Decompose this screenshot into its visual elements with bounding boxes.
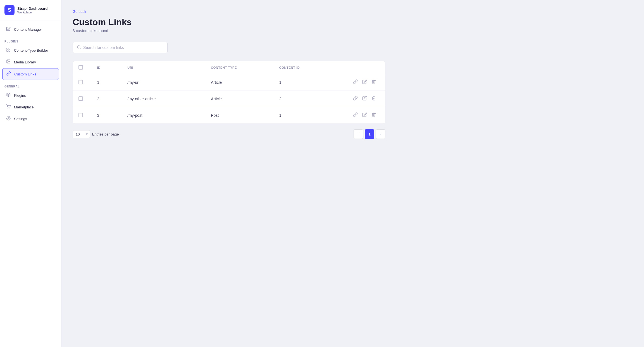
main-content-area: Go back Custom Links 3 custom links foun… bbox=[61, 0, 644, 347]
sidebar-item-label: Custom Links bbox=[14, 72, 36, 76]
custom-links-table: ID URI CONTENT TYPE CONTENT ID 1 /my-uri… bbox=[73, 61, 385, 124]
row-content-type: Article bbox=[206, 74, 275, 91]
sidebar-item-plugins[interactable]: Plugins bbox=[2, 90, 59, 101]
entries-per-page-control: 102550100 Entries per page bbox=[73, 130, 119, 138]
svg-point-8 bbox=[8, 118, 9, 119]
sidebar-nav: Content Manager PLUGINS Content-Type Bui… bbox=[0, 20, 61, 347]
marketplace-icon bbox=[6, 104, 11, 110]
sidebar-item-content-type-builder[interactable]: Content-Type Builder bbox=[2, 45, 59, 56]
content-type-column-header: CONTENT TYPE bbox=[206, 61, 275, 74]
row-id: 2 bbox=[93, 91, 123, 107]
delete-action-icon[interactable] bbox=[371, 96, 376, 102]
general-section-label: GENERAL bbox=[2, 80, 59, 90]
sidebar-item-marketplace[interactable]: Marketplace bbox=[2, 101, 59, 113]
row-checkbox-cell bbox=[73, 91, 93, 107]
row-checkbox-cell bbox=[73, 107, 93, 124]
sidebar-logo: S Strapi Dashboard Workplace bbox=[0, 0, 61, 20]
pagination-bar: 102550100 Entries per page ‹ 1 › bbox=[73, 129, 385, 139]
plugins-icon bbox=[6, 92, 11, 98]
table-row: 2 /my-other-article Article 2 bbox=[73, 91, 385, 107]
sidebar-item-label: Content Manager bbox=[14, 27, 42, 32]
row-uri: /my-post bbox=[123, 107, 206, 124]
uri-column-header: URI bbox=[123, 61, 206, 74]
media-library-icon bbox=[6, 59, 11, 65]
actions-column-header bbox=[335, 61, 385, 74]
settings-icon bbox=[6, 116, 11, 122]
sidebar-item-label: Marketplace bbox=[14, 105, 34, 109]
delete-action-icon[interactable] bbox=[371, 112, 376, 118]
prev-page-button[interactable]: ‹ bbox=[354, 129, 363, 139]
row-content-type: Post bbox=[206, 107, 275, 124]
search-icon bbox=[77, 45, 81, 50]
svg-rect-3 bbox=[9, 50, 10, 51]
go-back-link[interactable]: Go back bbox=[73, 9, 86, 14]
row-content-type: Article bbox=[206, 91, 275, 107]
table-row: 1 /my-uri Article 1 bbox=[73, 74, 385, 91]
svg-point-5 bbox=[8, 61, 8, 61]
edit-icon bbox=[6, 27, 11, 32]
sidebar-item-media-library[interactable]: Media Library bbox=[2, 56, 59, 68]
link-action-icon[interactable] bbox=[353, 79, 358, 85]
row-uri: /my-uri bbox=[123, 74, 206, 91]
page-subtitle: 3 custom links found bbox=[73, 28, 385, 33]
sidebar-item-custom-links[interactable]: Custom Links bbox=[2, 68, 59, 80]
sidebar-item-label: Plugins bbox=[14, 93, 26, 98]
svg-rect-2 bbox=[7, 50, 8, 51]
row-id: 3 bbox=[93, 107, 123, 124]
plugins-section-label: PLUGINS bbox=[2, 35, 59, 45]
table-row: 3 /my-post Post 1 bbox=[73, 107, 385, 124]
content-type-builder-icon bbox=[6, 47, 11, 53]
sidebar-item-settings[interactable]: Settings bbox=[2, 113, 59, 124]
custom-links-icon bbox=[6, 71, 11, 77]
page-title: Custom Links bbox=[73, 17, 385, 27]
select-all-header bbox=[73, 61, 93, 74]
link-action-icon[interactable] bbox=[353, 96, 358, 102]
sidebar-item-label: Content-Type Builder bbox=[14, 48, 48, 53]
entries-label: Entries per page bbox=[92, 132, 119, 136]
sidebar-item-label: Settings bbox=[14, 117, 27, 121]
next-page-button[interactable]: › bbox=[376, 129, 385, 139]
page-1-button[interactable]: 1 bbox=[365, 129, 374, 139]
edit-action-icon[interactable] bbox=[362, 79, 367, 85]
row-content-id: 1 bbox=[275, 107, 335, 124]
svg-point-6 bbox=[8, 108, 8, 108]
row-uri: /my-other-article bbox=[123, 91, 206, 107]
row-checkbox-cell bbox=[73, 74, 93, 91]
row-actions bbox=[335, 91, 385, 107]
row-checkbox[interactable] bbox=[78, 96, 83, 101]
content-id-column-header: CONTENT ID bbox=[275, 61, 335, 74]
row-content-id: 2 bbox=[275, 91, 335, 107]
search-input[interactable] bbox=[83, 45, 163, 50]
svg-line-10 bbox=[80, 48, 80, 49]
id-column-header: ID bbox=[93, 61, 123, 74]
row-content-id: 1 bbox=[275, 74, 335, 91]
entries-per-page-select[interactable]: 102550100 bbox=[73, 130, 90, 138]
delete-action-icon[interactable] bbox=[371, 79, 376, 85]
app-subtitle: Workplace bbox=[17, 11, 47, 14]
row-checkbox[interactable] bbox=[78, 113, 83, 117]
sidebar-item-content-manager[interactable]: Content Manager bbox=[2, 24, 59, 35]
row-actions bbox=[335, 74, 385, 91]
sidebar: S Strapi Dashboard Workplace Content Man… bbox=[0, 0, 61, 347]
svg-rect-1 bbox=[9, 48, 10, 49]
search-bar bbox=[73, 42, 168, 53]
app-logo-icon: S bbox=[4, 5, 15, 15]
row-actions bbox=[335, 107, 385, 124]
sidebar-item-label: Media Library bbox=[14, 60, 36, 64]
row-id: 1 bbox=[93, 74, 123, 91]
svg-point-7 bbox=[10, 108, 10, 108]
link-action-icon[interactable] bbox=[353, 112, 358, 118]
row-checkbox[interactable] bbox=[78, 80, 83, 84]
edit-action-icon[interactable] bbox=[362, 112, 367, 118]
app-title: Strapi Dashboard bbox=[17, 6, 47, 11]
edit-action-icon[interactable] bbox=[362, 96, 367, 102]
svg-rect-0 bbox=[7, 48, 8, 49]
select-all-checkbox[interactable] bbox=[78, 65, 83, 70]
pagination-controls: ‹ 1 › bbox=[354, 129, 385, 139]
